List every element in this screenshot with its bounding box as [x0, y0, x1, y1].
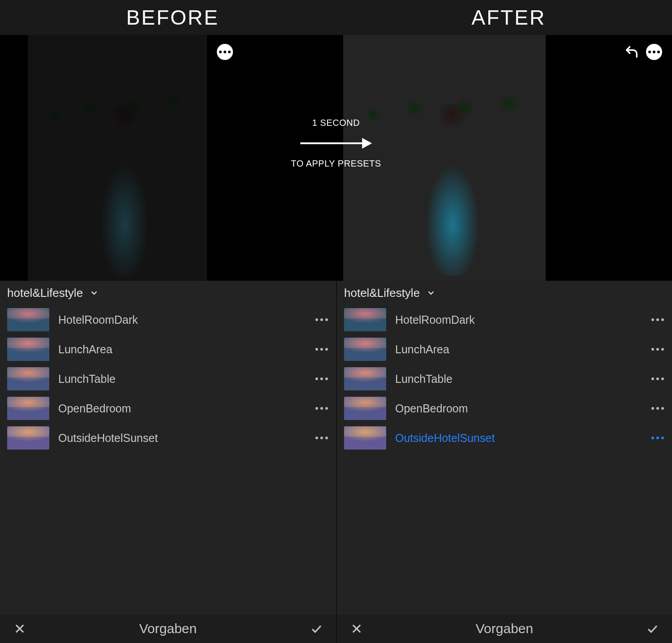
more-options-button[interactable] — [646, 44, 662, 60]
preset-thumbnail — [7, 426, 49, 450]
preset-panel-left: hotel&Lifestyle HotelRoomDarkLunchAreaLu… — [0, 281, 336, 643]
more-options-button[interactable] — [217, 44, 233, 60]
close-icon — [350, 622, 363, 635]
preset-more-button[interactable] — [315, 318, 328, 321]
preset-row[interactable]: OpenBedroom — [337, 394, 672, 423]
preset-label: LunchTable — [58, 373, 315, 386]
check-icon — [310, 622, 323, 635]
preset-row[interactable]: OutsideHotelSunset — [337, 423, 672, 453]
before-photo[interactable] — [28, 35, 207, 281]
preset-row[interactable]: LunchArea — [0, 334, 336, 364]
preset-label: LunchArea — [395, 343, 651, 356]
preset-more-button[interactable] — [651, 348, 664, 351]
preset-label: OpenBedroom — [58, 402, 315, 415]
preset-more-button[interactable] — [651, 437, 664, 439]
cancel-button[interactable] — [11, 620, 29, 638]
panel-footer: Vorgaben — [0, 614, 336, 643]
after-title: AFTER — [471, 5, 546, 30]
check-icon — [646, 622, 659, 635]
preset-more-button[interactable] — [315, 377, 328, 380]
cancel-button[interactable] — [348, 620, 366, 638]
footer-title: Vorgaben — [139, 621, 197, 636]
preset-group-selector[interactable]: hotel&Lifestyle — [337, 281, 672, 305]
preset-row[interactable]: HotelRoomDark — [0, 305, 336, 334]
comparison-titlebar: BEFORE AFTER — [0, 0, 672, 35]
confirm-button[interactable] — [643, 620, 661, 638]
preset-more-button[interactable] — [651, 377, 664, 380]
preset-list: HotelRoomDarkLunchAreaLunchTableOpenBedr… — [337, 305, 672, 614]
group-name: hotel&Lifestyle — [7, 286, 83, 300]
preset-row[interactable]: OutsideHotelSunset — [0, 423, 336, 453]
transition-annotation: 1 SECOND TO APPLY PRESETS — [291, 118, 381, 169]
annotation-top: 1 SECOND — [312, 118, 360, 128]
preset-label: OpenBedroom — [395, 402, 651, 415]
chevron-down-icon — [426, 288, 436, 298]
more-icon — [219, 51, 231, 53]
preset-row[interactable]: LunchTable — [337, 364, 672, 394]
preset-group-selector[interactable]: hotel&Lifestyle — [0, 281, 336, 305]
preset-label: HotelRoomDark — [58, 313, 315, 326]
undo-icon — [624, 44, 639, 60]
comparison-viewport: 1 SECOND TO APPLY PRESETS — [0, 35, 672, 281]
preset-label: OutsideHotelSunset — [395, 432, 651, 445]
preset-thumbnail — [7, 338, 49, 361]
preset-thumbnail — [344, 426, 386, 450]
preset-label: OutsideHotelSunset — [58, 432, 315, 445]
preset-more-button[interactable] — [315, 407, 328, 410]
preset-thumbnail — [7, 397, 49, 420]
before-pane — [0, 35, 336, 281]
preset-more-button[interactable] — [651, 407, 664, 410]
preset-row[interactable]: LunchArea — [337, 334, 672, 364]
preset-more-button[interactable] — [651, 318, 664, 321]
preset-more-button[interactable] — [315, 348, 328, 351]
before-title: BEFORE — [126, 5, 219, 30]
preset-thumbnail — [344, 397, 386, 420]
annotation-bottom: TO APPLY PRESETS — [291, 159, 381, 169]
panel-footer: Vorgaben — [337, 614, 672, 643]
after-pane — [336, 35, 672, 281]
preset-more-button[interactable] — [315, 437, 328, 439]
chevron-down-icon — [89, 288, 99, 298]
preset-thumbnail — [344, 308, 386, 331]
preset-thumbnail — [7, 308, 49, 331]
preset-thumbnail — [344, 367, 386, 390]
preset-row[interactable]: OpenBedroom — [0, 394, 336, 423]
preset-thumbnail — [7, 367, 49, 390]
arrow-right-icon — [300, 141, 372, 145]
preset-label: HotelRoomDark — [395, 313, 651, 326]
preset-row[interactable]: HotelRoomDark — [337, 305, 672, 334]
preset-row[interactable]: LunchTable — [0, 364, 336, 394]
footer-title: Vorgaben — [476, 621, 533, 636]
more-icon — [648, 51, 660, 53]
preset-thumbnail — [344, 338, 386, 361]
close-icon — [13, 622, 26, 635]
preset-label: LunchTable — [395, 373, 651, 386]
preset-panel-right: hotel&Lifestyle HotelRoomDarkLunchAreaLu… — [336, 281, 672, 643]
preset-list: HotelRoomDarkLunchAreaLunchTableOpenBedr… — [0, 305, 336, 614]
group-name: hotel&Lifestyle — [344, 286, 420, 300]
undo-button[interactable] — [624, 44, 640, 60]
preset-label: LunchArea — [58, 343, 315, 356]
confirm-button[interactable] — [307, 620, 325, 638]
